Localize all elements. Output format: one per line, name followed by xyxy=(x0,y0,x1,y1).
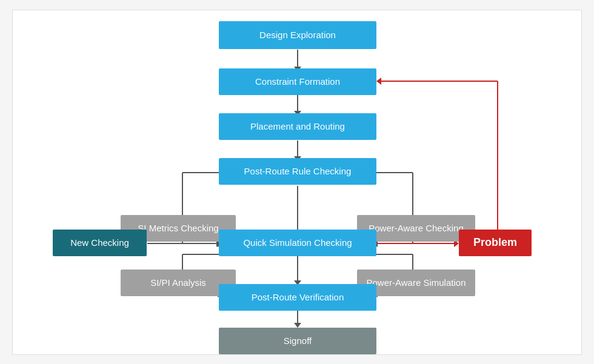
design-exploration-box: Design Exploration xyxy=(219,21,376,49)
svg-marker-40 xyxy=(376,78,381,85)
signoff-box: Signoff xyxy=(219,328,376,354)
new-checking-box: New Checking xyxy=(53,230,147,256)
post-route-verification-box: Post-Route Verification xyxy=(219,284,376,311)
placement-routing-label: Placement and Routing xyxy=(250,121,345,131)
post-route-verification-label: Post-Route Verification xyxy=(252,292,344,302)
sipi-analysis-label: SI/PI Analysis xyxy=(150,277,206,288)
power-aware-sim-label: Power-Aware Simulation xyxy=(367,277,466,288)
design-exploration-label: Design Exploration xyxy=(259,30,336,40)
problem-label: Problem xyxy=(473,236,517,249)
problem-box: Problem xyxy=(459,230,532,256)
quick-simulation-label: Quick Simulation Checking xyxy=(243,237,352,248)
new-checking-label: New Checking xyxy=(70,237,129,248)
si-metrics-label: SI Metrics Checking xyxy=(138,223,218,233)
diagram-container: Design Exploration Constraint Formation … xyxy=(12,10,582,355)
post-route-rule-label: Post-Route Rule Checking xyxy=(244,166,352,176)
signoff-label: Signoff xyxy=(284,336,312,346)
quick-simulation-box: Quick Simulation Checking xyxy=(219,230,376,256)
constraint-formation-box: Constraint Formation xyxy=(219,68,376,95)
post-route-rule-box: Post-Route Rule Checking xyxy=(219,158,376,185)
constraint-formation-label: Constraint Formation xyxy=(255,76,340,87)
placement-routing-box: Placement and Routing xyxy=(219,113,376,140)
power-aware-checking-label: Power-Aware Checking xyxy=(369,223,463,233)
svg-marker-11 xyxy=(294,323,301,328)
